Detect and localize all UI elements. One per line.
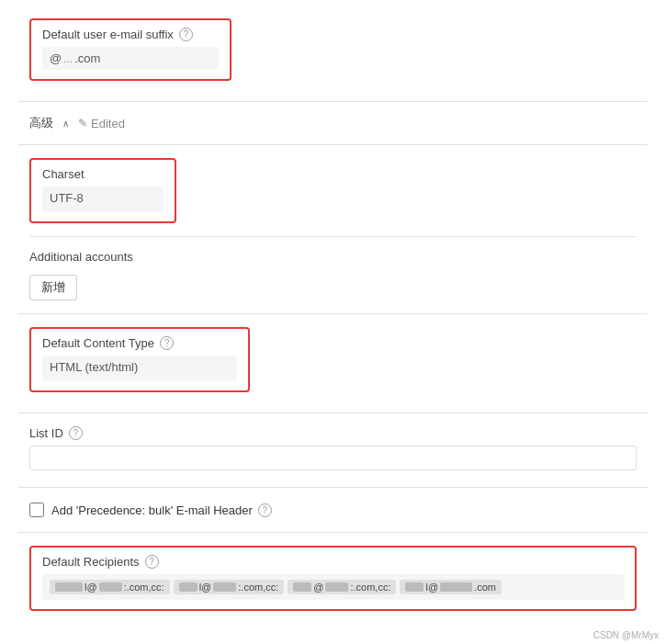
- recipient-item-1: l@ :.com,cc:: [50, 580, 170, 594]
- content-type-value[interactable]: HTML (text/html): [42, 356, 237, 381]
- content-type-label: Default Content Type ?: [42, 336, 237, 350]
- charset-label: Charset: [42, 167, 164, 181]
- advanced-label: 高级: [29, 115, 53, 131]
- precedence-bulk-checkbox[interactable]: [29, 503, 44, 517]
- content-type-label-text: Default Content Type: [42, 336, 154, 350]
- settings-page: Default user e-mail suffix ? @ ... .com …: [0, 0, 666, 637]
- default-recipients-label: Default Recipients ?: [42, 555, 624, 569]
- recipient-blur-8: [440, 582, 472, 592]
- email-at-symbol: @: [50, 51, 62, 65]
- precedence-bulk-row: Add 'Precedence: bulk' E-mail Header ?: [18, 493, 648, 526]
- charset-field-group: Charset UTF-8: [29, 158, 176, 223]
- pencil-icon: ✎: [78, 117, 87, 130]
- email-suffix-field-group: Default user e-mail suffix ? @ ... .com: [29, 18, 231, 81]
- divider-3: [29, 236, 637, 237]
- list-id-label: List ID ?: [29, 426, 637, 440]
- recipient-blur-3: [179, 582, 198, 592]
- recipient-item-3: @ :.com,cc:: [288, 580, 396, 594]
- recipient-blur-5: [293, 582, 311, 592]
- edited-indicator: ✎ Edited: [78, 117, 125, 130]
- default-recipients-label-text: Default Recipients: [42, 555, 140, 569]
- divider-1: [18, 101, 648, 102]
- recipients-input[interactable]: l@ :.com,cc: l@ :.com,cc: @ :.com,cc:: [42, 574, 624, 600]
- charset-section: Charset UTF-8 Additional accounts 新增: [18, 151, 648, 308]
- email-domain-placeholder: ...: [63, 52, 73, 65]
- email-suffix-help-icon[interactable]: ?: [179, 28, 193, 41]
- precedence-bulk-help-icon[interactable]: ?: [258, 503, 272, 517]
- precedence-bulk-label: Add 'Precedence: bulk' E-mail Header ?: [51, 503, 272, 517]
- email-suffix-input[interactable]: @ ... .com: [42, 47, 219, 70]
- recipient-blur-6: [325, 582, 348, 592]
- default-recipients-section: Default Recipients ? l@ :.com,cc: l@ :.c…: [18, 538, 648, 626]
- divider-6: [18, 487, 648, 488]
- list-id-input[interactable]: [29, 446, 637, 470]
- list-id-help-icon[interactable]: ?: [69, 426, 83, 440]
- recipient-blur-1: [55, 582, 83, 592]
- list-id-label-text: List ID: [29, 426, 63, 440]
- content-type-field-group: Default Content Type ? HTML (text/html): [29, 327, 250, 392]
- add-account-button[interactable]: 新增: [29, 275, 77, 300]
- recipient-blur-4: [213, 582, 236, 592]
- watermark: CSDN @MrMyx: [593, 630, 659, 640]
- content-type-help-icon[interactable]: ?: [160, 336, 174, 350]
- default-recipients-help-icon[interactable]: ?: [145, 555, 159, 569]
- additional-accounts-section: Additional accounts 新增: [29, 243, 637, 308]
- default-recipients-field-group: Default Recipients ? l@ :.com,cc: l@ :.c…: [29, 546, 637, 611]
- recipient-item-4: l@ .com: [400, 580, 501, 594]
- email-suffix-label-text: Default user e-mail suffix: [42, 28, 174, 41]
- charset-label-text: Charset: [42, 167, 85, 181]
- chevron-up-icon: ∧: [62, 119, 69, 129]
- divider-2: [18, 144, 648, 145]
- recipient-blur-7: [405, 582, 423, 592]
- divider-5: [18, 412, 648, 413]
- divider-7: [18, 532, 648, 533]
- additional-accounts-label: Additional accounts: [29, 250, 637, 264]
- divider-4: [18, 313, 648, 314]
- email-suffix-label: Default user e-mail suffix ?: [42, 28, 219, 41]
- recipient-item-2: l@ :.com,cc:: [174, 580, 285, 594]
- email-suffix-section: Default user e-mail suffix ? @ ... .com: [18, 11, 648, 96]
- charset-value[interactable]: UTF-8: [42, 186, 164, 212]
- advanced-section-header[interactable]: 高级 ∧ ✎ Edited: [18, 107, 648, 139]
- recipient-blur-2: [99, 582, 122, 592]
- edited-label: Edited: [91, 117, 125, 130]
- content-type-section: Default Content Type ? HTML (text/html): [18, 320, 648, 407]
- list-id-section: List ID ?: [18, 419, 648, 481]
- email-tld: .com: [74, 51, 100, 65]
